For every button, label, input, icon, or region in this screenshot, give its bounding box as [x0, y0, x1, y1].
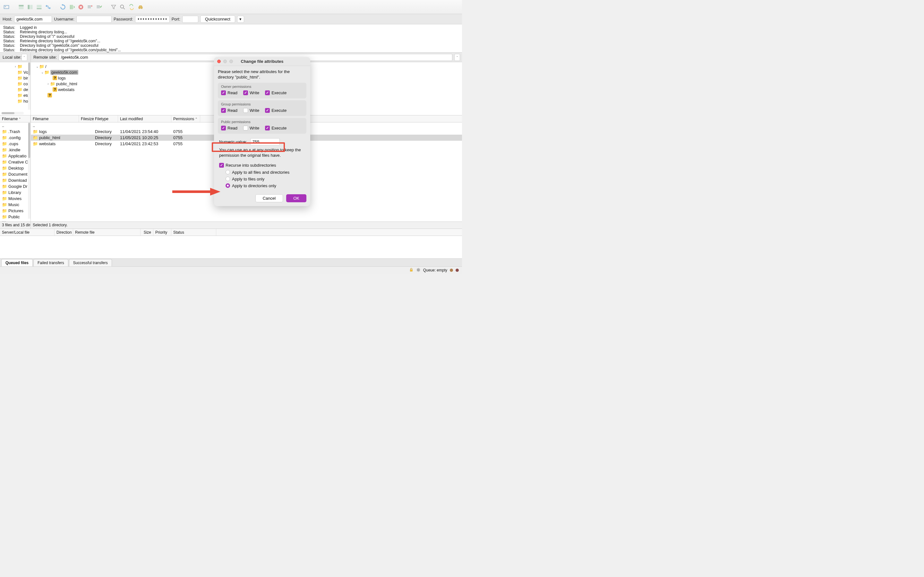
group-execute-checkbox[interactable] — [265, 108, 270, 113]
list-item[interactable]: 📁Google Dr — [0, 183, 31, 189]
svg-point-15 — [120, 5, 124, 8]
ok-button[interactable]: OK — [286, 194, 306, 202]
queue-status: Queue: empty — [423, 268, 447, 272]
numeric-value-input[interactable] — [250, 138, 280, 145]
scrollbar[interactable] — [1, 112, 24, 114]
local-site-dropdown[interactable]: ˇ — [21, 54, 27, 61]
list-item[interactable]: 📁.cups — [0, 141, 31, 147]
column-header-filetype[interactable]: Filetype — [93, 115, 118, 122]
list-item[interactable]: 📁.config — [0, 135, 31, 141]
column-header-permissions[interactable]: Permissions⌃ — [171, 115, 200, 122]
list-item[interactable]: 📁Music — [0, 201, 31, 208]
tab-failed-transfers[interactable]: Failed transfers — [33, 259, 68, 266]
port-input[interactable] — [182, 16, 198, 23]
list-item[interactable]: .. — [0, 122, 31, 129]
list-item[interactable]: 📁.kindle — [0, 147, 31, 153]
local-site-label: Local site: — [3, 55, 21, 60]
svg-rect-0 — [4, 5, 9, 9]
list-item[interactable]: 📁Library — [0, 189, 31, 195]
username-input[interactable] — [76, 16, 111, 23]
queue-body — [0, 236, 462, 258]
process-queue-icon[interactable] — [68, 3, 76, 11]
column-header-remote[interactable]: Remote file — [73, 229, 141, 235]
column-header-direction[interactable]: Direction — [55, 229, 73, 235]
public-execute-checkbox[interactable] — [265, 126, 270, 131]
lock-icon — [409, 268, 414, 273]
tree-row[interactable]: ›📁 — [1, 63, 31, 69]
public-permissions-group: Public permissions Read Write Execute — [218, 118, 306, 134]
tree-row[interactable]: 📁bir — [1, 75, 31, 81]
list-item[interactable]: 📁Movies — [0, 195, 31, 201]
tree-row[interactable]: 📁co — [1, 81, 31, 87]
column-header-modified[interactable]: Last modified — [118, 115, 171, 122]
local-file-list[interactable]: Filename⌃ ..📁.Trash📁.config📁.cups📁.kindl… — [0, 115, 31, 221]
filter-icon[interactable] — [110, 3, 118, 11]
column-header-filename[interactable]: Filename⌃ — [0, 115, 31, 122]
public-write-checkbox[interactable] — [243, 126, 248, 131]
column-header-status[interactable]: Status — [171, 229, 216, 235]
refresh-icon[interactable] — [59, 3, 67, 11]
scrollbar[interactable] — [28, 122, 31, 219]
toggle-queue-icon[interactable] — [35, 3, 43, 11]
list-item[interactable]: 📁.Trash — [0, 129, 31, 135]
password-input[interactable] — [135, 16, 170, 23]
activity-led-2 — [456, 269, 459, 272]
tree-row[interactable]: 📁etc — [1, 92, 31, 98]
list-item[interactable]: 📁Applicatio — [0, 153, 31, 159]
cancel-icon[interactable] — [77, 3, 85, 11]
site-manager-icon[interactable] — [3, 3, 10, 11]
sync-browse-icon[interactable] — [44, 3, 52, 11]
list-item[interactable]: 📁Creative C — [0, 159, 31, 165]
svg-point-16 — [138, 6, 141, 9]
tree-row[interactable]: 📁Vo — [1, 69, 31, 75]
list-item[interactable]: 📁Public — [0, 214, 31, 220]
svg-rect-3 — [19, 7, 24, 9]
column-header-filesize[interactable]: Filesize — [79, 115, 93, 122]
owner-write-checkbox[interactable] — [243, 90, 248, 95]
apply-all-radio[interactable] — [226, 170, 230, 174]
svg-rect-18 — [139, 5, 142, 6]
search-icon[interactable] — [119, 3, 126, 11]
disconnect-icon[interactable] — [86, 3, 94, 11]
tree-row[interactable]: 📁de — [1, 87, 31, 92]
remote-summary: Selected 1 directory. — [31, 222, 462, 229]
binoculars-icon[interactable] — [137, 3, 144, 11]
cancel-button[interactable]: Cancel — [255, 194, 283, 202]
column-header-size[interactable]: Size — [141, 229, 153, 235]
apply-files-radio[interactable] — [226, 177, 230, 181]
quickconnect-dropdown[interactable]: ▾ — [237, 16, 244, 23]
toggle-tree-icon[interactable] — [26, 3, 34, 11]
list-item[interactable]: 📁Desktop — [0, 165, 31, 171]
reconnect-icon[interactable] — [95, 3, 103, 11]
owner-read-checkbox[interactable] — [221, 90, 226, 95]
column-header-filename[interactable]: Filename — [31, 115, 79, 122]
host-input[interactable] — [14, 16, 52, 23]
public-read-checkbox[interactable] — [221, 126, 226, 131]
apply-dirs-radio[interactable] — [226, 183, 230, 188]
remote-site-dropdown[interactable]: ˇ — [454, 54, 460, 61]
scrollbar[interactable] — [28, 62, 31, 110]
group-write-checkbox[interactable] — [243, 108, 248, 113]
list-item[interactable]: CFUserTe — [0, 220, 31, 221]
local-tree[interactable]: ›📁📁Vo📁bir📁co📁de📁etc📁ho — [0, 62, 31, 115]
username-label: Username: — [54, 17, 74, 21]
dialog-titlebar[interactable]: Change file attributes — [214, 57, 310, 66]
column-header-priority[interactable]: Priority — [153, 229, 171, 235]
list-item[interactable]: 📁Pictures — [0, 208, 31, 214]
tab-queued-files[interactable]: Queued files — [1, 259, 33, 266]
toggle-log-icon[interactable] — [17, 3, 25, 11]
quickconnect-button[interactable]: Quickconnect — [200, 15, 235, 23]
owner-execute-checkbox[interactable] — [265, 90, 270, 95]
group-read-checkbox[interactable] — [221, 108, 226, 113]
svg-rect-13 — [97, 6, 100, 7]
recurse-checkbox[interactable] — [219, 163, 224, 168]
list-item[interactable]: 📁Download — [0, 177, 31, 183]
gear-icon[interactable] — [416, 268, 421, 273]
svg-rect-2 — [19, 5, 24, 6]
tree-row[interactable]: 📁ho — [1, 98, 31, 104]
column-header-server[interactable]: Server/Local file — [0, 229, 55, 235]
compare-icon[interactable] — [128, 3, 136, 11]
tab-successful-transfers[interactable]: Successful transfers — [69, 259, 112, 266]
main-toolbar — [0, 0, 462, 14]
list-item[interactable]: 📁Document — [0, 171, 31, 177]
